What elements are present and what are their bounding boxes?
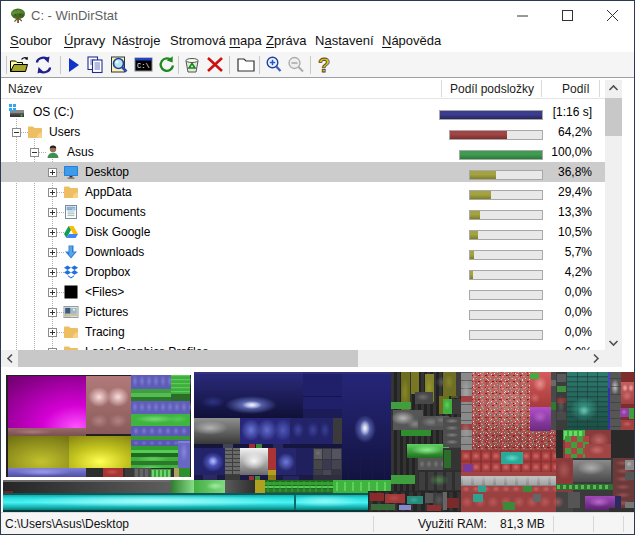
svg-text:C:\: C:\ (137, 62, 150, 70)
svg-text:?: ? (318, 55, 330, 75)
